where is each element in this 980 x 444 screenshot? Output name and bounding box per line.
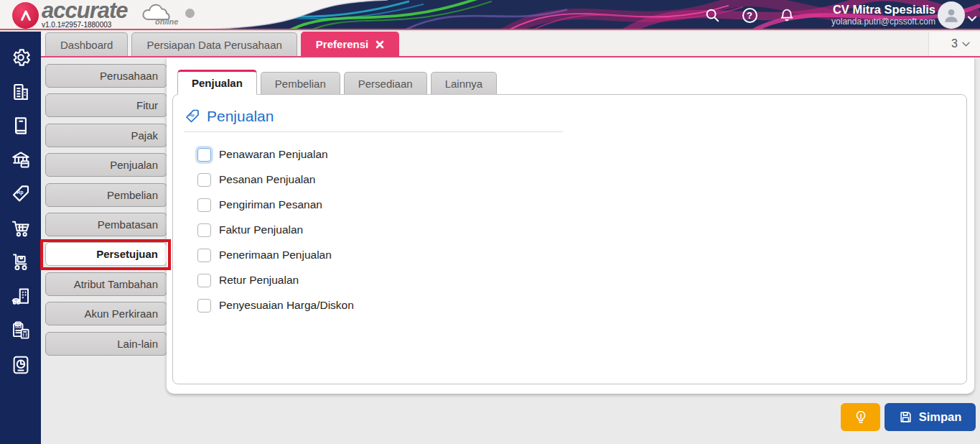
brand-online-label: online [155,17,178,26]
user-email: yolanda.putri@cpssoft.com [831,17,935,27]
menu-label: Pembelian [107,189,158,201]
gear-icon[interactable] [9,46,32,69]
save-button[interactable]: Simpan [885,403,976,431]
company-name: CV Mitra Spesialis [831,2,935,17]
checkbox-faktur-penjualan[interactable] [197,223,211,237]
menu-item-perusahaan[interactable]: Perusahaan [45,64,167,88]
avatar[interactable] [938,1,965,29]
svg-text:Rp: Rp [17,190,23,195]
help-icon[interactable]: ? [741,6,758,24]
menu-label: Persetujuan [96,248,158,260]
checkbox-label: Retur Penjualan [219,274,299,287]
section-divider [184,131,563,132]
checkbox-penyesuaian-harga-diskon[interactable] [197,299,211,313]
menu-label: Akun Perkiraan [84,307,158,320]
tab-label: Persediaan [358,78,413,90]
tab-dashboard[interactable]: Dashboard [45,32,128,56]
status-dot [185,9,195,18]
menu-label: Pajak [131,129,158,142]
menu-label: Fitur [136,99,158,111]
content-card: Penjualan Pembelian Persediaan Lainnya R… [167,57,974,394]
fixed-asset-icon[interactable] [9,285,32,308]
svg-text:Rp: Rp [189,113,195,117]
window-tabstrip: Dashboard Persiapan Data Perusahaan Pref… [0,32,980,57]
tab-label: Lainnya [445,78,483,90]
checkbox-pengiriman-pesanan[interactable] [197,198,211,212]
content-tab-persediaan[interactable]: Persediaan [344,72,427,94]
menu-label: Pembatasan [98,218,158,231]
checkbox-row: Pengiriman Pesanan [197,198,966,212]
book-icon[interactable] [9,114,32,137]
content-tab-pembelian[interactable]: Pembelian [261,72,340,94]
svg-text:TAX: TAX [14,325,22,329]
accurate-logo-icon[interactable] [12,2,39,29]
delivery-trolley-icon[interactable] [9,251,32,274]
notifications-bell-icon[interactable] [778,6,795,24]
lightbulb-icon [853,410,869,425]
checkbox-row: Penyesuaian Harga/Diskon [197,298,966,313]
checkbox-pesanan-penjualan[interactable] [197,173,211,187]
price-tag-rp-icon[interactable]: Rp [9,182,32,205]
account-chevron-down-icon[interactable] [968,11,976,24]
checkbox-label: Faktur Penjualan [219,223,303,236]
account-info[interactable]: CV Mitra Spesialis yolanda.putri@cpssoft… [831,2,935,27]
menu-item-akun-perkiraan[interactable]: Akun Perkiraan [45,302,167,325]
settings-panel: Rp Penjualan Penawaran Penjualan Pesanan… [172,94,967,384]
report-document-icon[interactable] [9,353,32,376]
menu-item-penjualan[interactable]: Penjualan [45,153,167,177]
tab-persiapan-data-perusahaan[interactable]: Persiapan Data Perusahaan [131,32,297,56]
open-tabs-count: 3 [951,37,958,50]
tab-label: Dashboard [60,39,113,51]
search-icon[interactable] [704,6,721,24]
checkbox-penerimaan-penjualan[interactable] [197,249,211,262]
tab-label: Penjualan [192,77,243,89]
checkbox-row: Penawaran Penjualan [197,147,966,162]
close-tab-icon[interactable] [375,40,384,49]
content-tabs: Penjualan Pembelian Persediaan Lainnya [177,69,497,94]
tab-label: Pembelian [275,78,326,90]
menu-item-pajak[interactable]: Pajak [45,124,167,147]
checkbox-label: Penawaran Penjualan [219,148,328,161]
save-floppy-icon [899,410,913,424]
app-header: accurate online v1.0.1#2957-1880003 ? CV… [0,0,980,30]
menu-label: Perusahaan [100,70,158,82]
content-tab-penjualan[interactable]: Penjualan [177,70,257,95]
menu-label: Lain-lain [117,338,158,350]
menu-item-lain-lain[interactable]: Lain-lain [45,332,167,356]
price-tag-rp-icon: Rp [184,108,201,125]
chevron-down-icon [962,42,970,47]
checkbox-row: Pesanan Penjualan [197,172,966,187]
checkbox-label: Penyesuaian Harga/Diskon [219,299,354,312]
section-title: Penjualan [207,108,274,125]
checkbox-retur-penjualan[interactable] [197,274,211,287]
content-tab-lainnya[interactable]: Lainnya [431,72,498,94]
checkbox-label: Pesanan Penjualan [219,173,315,186]
approval-checkbox-list: Penawaran Penjualan Pesanan Penjualan Pe… [197,147,966,313]
menu-label: Penjualan [110,159,158,171]
bank-icon[interactable] [9,149,32,172]
menu-item-fitur[interactable]: Fitur [45,93,167,117]
menu-item-atribut-tambahan[interactable]: Atribut Tambahan [45,272,167,296]
menu-item-persetujuan[interactable]: Persetujuan [45,242,167,266]
company-building-icon[interactable] [9,80,32,103]
checkbox-penawaran-penjualan[interactable] [197,148,211,162]
preferences-menu: Perusahaan Fitur Pajak Penjualan Pembeli… [45,64,167,356]
menu-label: Atribut Tambahan [74,278,158,290]
checkbox-label: Penerimaan Penjualan [219,249,332,262]
checkbox-row: Retur Penjualan [197,273,966,287]
module-sidebar: Rp TAX [0,32,41,444]
checkbox-label: Pengiriman Pesanan [219,198,322,211]
checkbox-row: Faktur Penjualan [197,223,966,237]
save-button-label: Simpan [919,410,962,424]
menu-item-pembatasan[interactable]: Pembatasan [45,213,167,236]
menu-item-pembelian[interactable]: Pembelian [45,183,167,207]
tab-label: Persiapan Data Perusahaan [146,39,281,51]
tab-preferensi[interactable]: Preferensi [301,32,399,56]
open-tabs-counter[interactable]: 3 [928,32,980,56]
checkbox-row: Penerimaan Penjualan [197,248,966,262]
hint-lightbulb-button[interactable] [841,403,880,431]
tax-calculator-icon[interactable]: TAX [9,319,32,342]
shopping-cart-icon[interactable] [9,217,32,240]
help-glyph: ? [747,10,752,21]
tab-label: Preferensi [316,38,368,50]
